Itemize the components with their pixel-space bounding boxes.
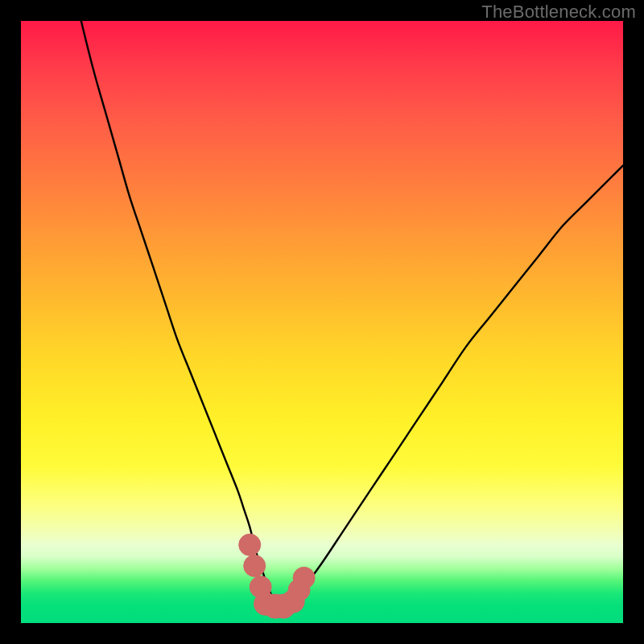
- curve-marker: [293, 567, 315, 588]
- chart-frame: TheBottleneck.com: [0, 0, 644, 644]
- curve-marker: [239, 534, 261, 555]
- curve-markers: [239, 534, 315, 618]
- curve-marker: [244, 555, 266, 576]
- watermark-text: TheBottleneck.com: [481, 2, 636, 23]
- chart-svg: [21, 21, 623, 623]
- bottleneck-curve: [81, 21, 623, 606]
- chart-plot-area: [21, 21, 623, 623]
